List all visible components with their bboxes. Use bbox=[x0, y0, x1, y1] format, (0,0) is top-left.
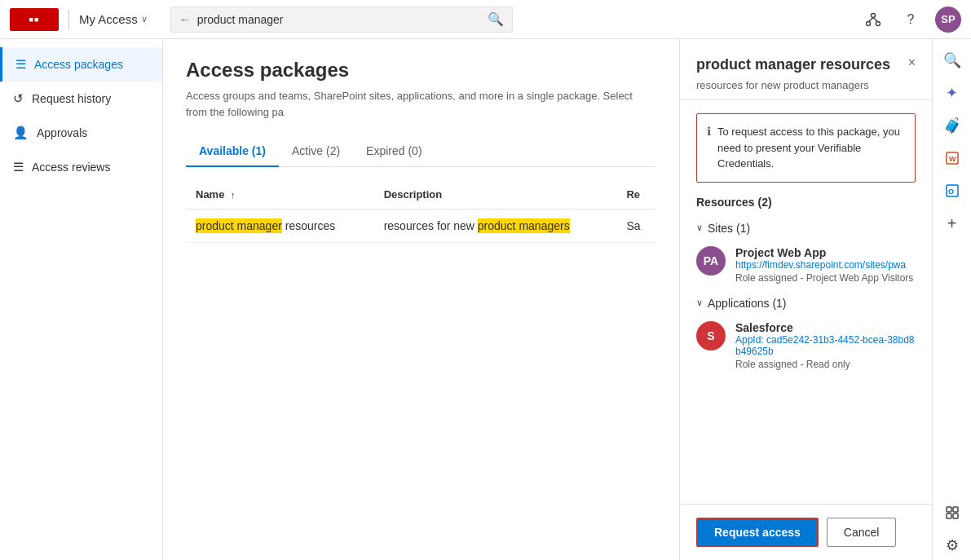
close-icon[interactable]: × bbox=[908, 55, 916, 70]
resource-role-pwa: Role assigned - Project Web App Visitors bbox=[735, 272, 916, 284]
avatar-initials: SP bbox=[941, 13, 955, 25]
office-icon[interactable]: W bbox=[938, 143, 967, 173]
svg-rect-9 bbox=[947, 507, 951, 512]
settings-icon[interactable]: ⚙ bbox=[938, 531, 967, 560]
sites-label: Sites (1) bbox=[708, 222, 750, 235]
chevron-down-icon: ∨ bbox=[141, 14, 148, 24]
name-highlight: product manager bbox=[196, 218, 282, 233]
network-icon[interactable] bbox=[860, 7, 886, 33]
access-packages-icon: ☰ bbox=[15, 57, 26, 72]
sidebar-item-request-history[interactable]: ↺ Request history bbox=[0, 82, 162, 116]
add-icon[interactable]: + bbox=[938, 209, 967, 238]
back-arrow-icon[interactable]: ← bbox=[179, 13, 191, 26]
info-icon: ℹ bbox=[707, 125, 711, 138]
sites-expand-header[interactable]: ∨ Sites (1) bbox=[696, 218, 916, 238]
cancel-button[interactable]: Cancel bbox=[827, 518, 897, 547]
sidebar-label-request-history: Request history bbox=[32, 92, 111, 105]
avatar-initials-pwa: PA bbox=[704, 254, 718, 267]
search-icon[interactable]: 🔍 bbox=[488, 11, 504, 27]
resource-name-pwa: Project Web App bbox=[735, 246, 916, 259]
desc-prefix: resources for new bbox=[384, 219, 478, 232]
right-panel: product manager resources × resources fo… bbox=[679, 39, 932, 560]
warning-box: ℹ To request access to this package, you… bbox=[696, 113, 916, 183]
svg-point-2 bbox=[876, 21, 881, 25]
sort-arrow-icon: ↑ bbox=[231, 190, 236, 200]
help-icon[interactable]: ? bbox=[898, 7, 924, 33]
my-access-dropdown[interactable]: My Access ∨ bbox=[79, 12, 148, 26]
resource-url-pwa[interactable]: https://fimdev.sharepoint.com/sites/pwa bbox=[735, 259, 916, 271]
status-text: Sa bbox=[626, 219, 640, 232]
sidebar: ☰ Access packages ↺ Request history 👤 Ap… bbox=[0, 39, 163, 560]
resource-avatar-salesforce: S bbox=[696, 321, 726, 351]
avatar-initials-salesforce: S bbox=[707, 329, 714, 342]
tab-active[interactable]: Active (2) bbox=[279, 136, 353, 167]
panel-title: product manager resources bbox=[696, 55, 890, 74]
approvals-icon: 👤 bbox=[13, 126, 29, 140]
sites-section: ∨ Sites (1) PA Project Web App https://f… bbox=[696, 218, 916, 284]
col-header-status: Re bbox=[616, 180, 656, 209]
content-area: Access packages Access groups and teams,… bbox=[163, 39, 679, 560]
main-layout: ☰ Access packages ↺ Request history 👤 Ap… bbox=[0, 39, 971, 560]
access-reviews-icon: ☰ bbox=[13, 160, 24, 174]
applications-expand-header[interactable]: ∨ Applications (1) bbox=[696, 293, 916, 313]
panel-subtitle: resources for new product managers bbox=[696, 79, 916, 91]
page-title: Access packages bbox=[186, 59, 656, 82]
sidebar-item-approvals[interactable]: 👤 Approvals bbox=[0, 116, 162, 150]
applications-label: Applications (1) bbox=[708, 297, 787, 310]
logo: ■■ bbox=[10, 8, 59, 31]
avatar[interactable]: SP bbox=[935, 7, 961, 33]
sidebar-label-approvals: Approvals bbox=[37, 126, 87, 139]
panel-header: product manager resources × resources fo… bbox=[680, 39, 932, 100]
tab-available[interactable]: Available (1) bbox=[186, 136, 279, 167]
applications-section: ∨ Applications (1) S Salesforce AppId: c… bbox=[696, 293, 916, 370]
svg-point-1 bbox=[867, 21, 871, 25]
star-icon[interactable]: ✦ bbox=[938, 78, 967, 108]
outlook-icon[interactable]: O bbox=[938, 176, 967, 205]
nav-right: ? SP bbox=[860, 7, 961, 33]
chevron-down-icon-2: ∨ bbox=[696, 298, 703, 308]
search-bar: ← 🔍 bbox=[170, 7, 513, 33]
my-access-label: My Access bbox=[79, 12, 138, 26]
chevron-down-icon: ∨ bbox=[696, 223, 703, 233]
resource-role-salesforce: Role assigned - Read only bbox=[735, 359, 916, 370]
svg-text:O: O bbox=[948, 187, 954, 196]
tab-expired[interactable]: Expired (0) bbox=[353, 136, 435, 167]
sidebar-label-access-reviews: Access reviews bbox=[32, 161, 110, 174]
resources-section-title: Resources (2) bbox=[696, 196, 916, 209]
panel-body: ℹ To request access to this package, you… bbox=[680, 100, 932, 504]
briefcase-icon[interactable]: 🧳 bbox=[938, 111, 967, 140]
resource-appid-salesforce: AppId: cad5e242-31b3-4452-bcea-38bd8b496… bbox=[735, 334, 916, 357]
table-header-row: Name ↑ Description Re bbox=[186, 180, 656, 209]
grid-icon[interactable] bbox=[938, 498, 967, 527]
request-access-button[interactable]: Request access bbox=[696, 518, 819, 547]
nav-divider bbox=[68, 10, 69, 29]
resource-info-salesforce: Salesforce AppId: cad5e242-31b3-4452-bce… bbox=[735, 321, 916, 370]
col-header-description: Description bbox=[374, 180, 617, 209]
table-cell-name: product manager resources bbox=[186, 209, 374, 243]
sites-content: PA Project Web App https://fimdev.sharep… bbox=[696, 246, 916, 284]
svg-line-3 bbox=[869, 17, 874, 21]
resource-avatar-pwa: PA bbox=[696, 246, 726, 276]
svg-rect-12 bbox=[953, 514, 958, 518]
table-cell-description: resources for new product managers bbox=[374, 209, 617, 243]
col-header-name: Name ↑ bbox=[186, 180, 374, 209]
resource-info-pwa: Project Web App https://fimdev.sharepoin… bbox=[735, 246, 916, 284]
request-history-icon: ↺ bbox=[13, 91, 24, 106]
search-right-icon[interactable]: 🔍 bbox=[938, 46, 967, 75]
resource-item-salesforce: S Salesforce AppId: cad5e242-31b3-4452-b… bbox=[696, 321, 916, 370]
name-rest: resources bbox=[285, 219, 335, 232]
table-cell-status: Sa bbox=[616, 209, 656, 243]
svg-text:W: W bbox=[949, 155, 956, 163]
resource-name-salesforce: Salesforce bbox=[735, 321, 916, 334]
panel-title-row: product manager resources × bbox=[696, 55, 916, 74]
resource-item-pwa: PA Project Web App https://fimdev.sharep… bbox=[696, 246, 916, 284]
table-row[interactable]: product manager resources resources for … bbox=[186, 209, 656, 243]
page-description: Access groups and teams, SharePoint site… bbox=[186, 88, 656, 120]
search-input[interactable] bbox=[197, 13, 481, 26]
sidebar-item-access-packages[interactable]: ☰ Access packages bbox=[0, 47, 162, 82]
access-packages-table: Name ↑ Description Re product manager re… bbox=[186, 180, 656, 243]
top-nav: ■■ My Access ∨ ← 🔍 ? SP bbox=[0, 0, 971, 39]
desc-highlight: product managers bbox=[478, 218, 570, 233]
warning-text: To request access to this package, you n… bbox=[717, 124, 905, 172]
sidebar-item-access-reviews[interactable]: ☰ Access reviews bbox=[0, 150, 162, 184]
